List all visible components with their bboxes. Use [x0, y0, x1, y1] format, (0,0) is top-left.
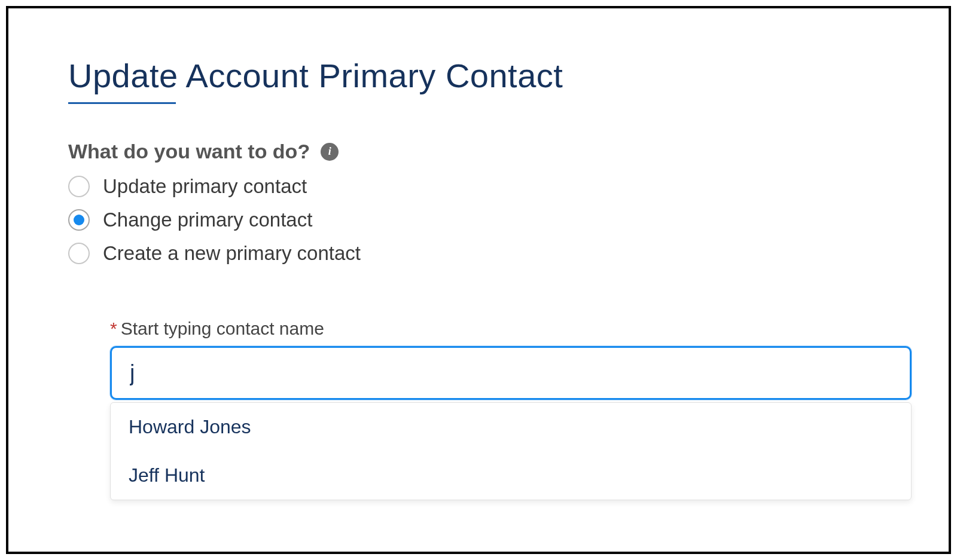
radio-label: Change primary contact	[103, 209, 312, 231]
contact-name-input[interactable]	[110, 346, 912, 400]
suggestion-item[interactable]: Jeff Hunt	[111, 451, 911, 500]
radio-group: Update primary contact Change primary co…	[68, 175, 889, 265]
radio-indicator	[68, 243, 90, 264]
radio-create-new[interactable]: Create a new primary contact	[68, 242, 889, 265]
suggestion-item[interactable]: Howard Jones	[111, 403, 911, 451]
lookup-label-row: * Start typing contact name	[110, 319, 912, 339]
radio-label: Create a new primary contact	[103, 242, 361, 265]
info-icon[interactable]: i	[321, 143, 339, 161]
radio-label: Update primary contact	[103, 175, 307, 198]
required-asterisk: *	[110, 319, 117, 339]
page-title: Update Account Primary Contact	[68, 56, 889, 95]
radio-update-primary[interactable]: Update primary contact	[68, 175, 889, 198]
lookup-label: Start typing contact name	[121, 319, 324, 339]
form-frame: Update Account Primary Contact What do y…	[6, 6, 951, 554]
question-label: What do you want to do?	[68, 140, 310, 163]
question-row: What do you want to do? i	[68, 140, 889, 163]
title-underline	[68, 102, 176, 104]
suggestion-dropdown: Howard Jones Jeff Hunt	[110, 402, 912, 500]
radio-indicator	[68, 176, 90, 197]
radio-indicator	[68, 209, 90, 231]
radio-change-primary[interactable]: Change primary contact	[68, 209, 889, 231]
contact-lookup-section: * Start typing contact name Howard Jones…	[110, 319, 912, 500]
